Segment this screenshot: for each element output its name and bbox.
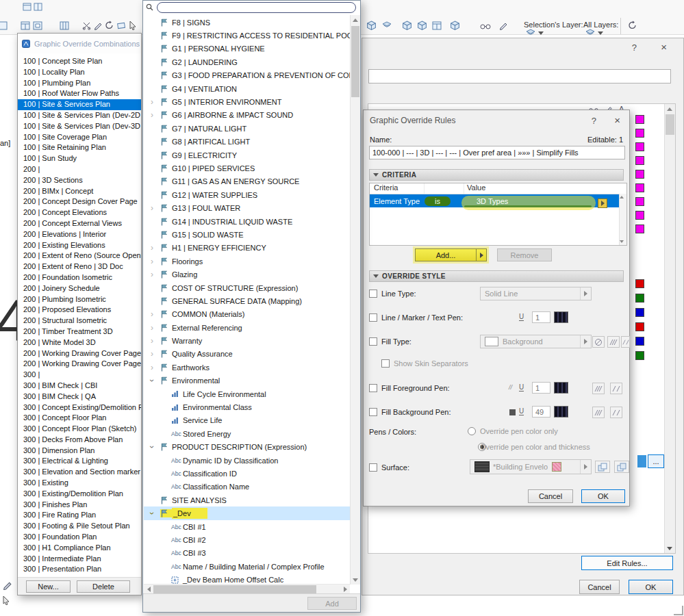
fill-origin-icon-button[interactable]: [592, 336, 605, 348]
cancel-button[interactable]: Cancel: [579, 580, 620, 594]
tree-item[interactable]: › Abc G4 | VENTILATION: [144, 82, 350, 95]
list-item[interactable]: 300 | Existing/Demolition Plan: [18, 489, 141, 500]
list-item[interactable]: 300 | BIM Check | QA: [18, 392, 141, 402]
tree-item[interactable]: › Abc G15 | SOLID WASTE: [144, 228, 350, 241]
adjust-icon[interactable]: [103, 19, 116, 31]
cube-tool-icon[interactable]: [365, 19, 377, 31]
tree-item[interactable]: › Abc Dynamic ID by Classification: [144, 454, 350, 467]
list-item[interactable]: 200 | Timber Treatment 3D: [18, 326, 141, 337]
tree-item[interactable]: › Abc G8 | ARTIFICAL LIGHT: [144, 136, 350, 149]
color-swatch[interactable]: [635, 279, 644, 288]
expand-arrow-icon[interactable]: ›: [151, 165, 160, 172]
list-item[interactable]: 200 | Existing Elevations: [18, 240, 141, 251]
list-item[interactable]: 200 | White Model 3D: [18, 337, 141, 348]
fill-background-pen-field[interactable]: 49: [532, 406, 550, 418]
scroll-down-icon[interactable]: [620, 240, 624, 243]
expand-arrow-icon[interactable]: ›: [151, 32, 160, 39]
new-button[interactable]: New...: [26, 580, 71, 593]
color-swatch[interactable]: [635, 211, 644, 220]
show-skin-separators-checkbox[interactable]: [381, 359, 390, 368]
tree-item[interactable]: › Abc CBI #3: [144, 547, 350, 560]
list-item[interactable]: 200 | Plumbing Isometric: [18, 294, 141, 305]
fill-type-checkbox[interactable]: [369, 337, 377, 346]
fill-background-pen-color-button[interactable]: [554, 406, 568, 418]
reset-icon[interactable]: [626, 19, 639, 31]
tree-vertical-scrollbar[interactable]: [350, 15, 360, 585]
line-pen-field[interactable]: 1: [532, 311, 550, 323]
surface-dropdown[interactable]: *Building Envelo: [470, 459, 592, 474]
tree-item[interactable]: › Abc H1 | ENERGY EFFICIENCY: [144, 242, 350, 255]
expand-arrow-icon[interactable]: ›: [151, 19, 160, 26]
list-item[interactable]: 100 | Site & Services Plan: [18, 99, 141, 110]
close-button[interactable]: ×: [614, 114, 620, 126]
trim-icon[interactable]: [115, 19, 127, 31]
list-item[interactable]: 300 | Concept Floor Plan: [18, 413, 141, 424]
color-swatch[interactable]: [635, 183, 644, 192]
color-swatch[interactable]: [635, 322, 644, 331]
override-style-section-header[interactable]: OVERRIDE STYLE: [369, 270, 624, 282]
pane-split-icon[interactable]: [19, 19, 31, 31]
list-item[interactable]: 300 | Presentation Plan: [18, 564, 141, 575]
list-item[interactable]: 100 | Site & Services Plan (Dev-2D Doc): [18, 110, 141, 121]
expand-arrow-icon[interactable]: ›: [151, 231, 160, 238]
list-item[interactable]: 200 | Concept Elevations: [18, 207, 141, 218]
cube-3-icon[interactable]: [416, 19, 428, 31]
list-item[interactable]: 100 | Locality Plan: [18, 67, 141, 78]
color-swatch[interactable]: [635, 129, 644, 138]
value-picker-button[interactable]: [598, 198, 607, 208]
value-cell[interactable]: 3D Types: [477, 197, 508, 205]
scroll-up-icon[interactable]: [667, 107, 672, 111]
list-item[interactable]: 200 |: [18, 164, 141, 175]
cube-4-icon[interactable]: [448, 19, 461, 31]
tree-item[interactable]: › Abc PRODUCT DESCRIPTION (Expression): [144, 441, 350, 454]
expand-arrow-icon[interactable]: ›: [151, 537, 171, 543]
tree-item[interactable]: › Abc G6 | AIRBORNE & IMPACT SOUND: [144, 109, 350, 122]
tree-item[interactable]: › Abc External Referencing: [144, 321, 350, 334]
tree-item[interactable]: › Abc Quality Assurance: [144, 348, 350, 361]
expand-arrow-icon[interactable]: ›: [151, 364, 160, 371]
expand-arrow-icon[interactable]: ›: [151, 497, 160, 504]
color-swatch[interactable]: [635, 115, 644, 124]
color-swatch[interactable]: [635, 197, 644, 206]
scroll-right-icon[interactable]: [344, 587, 347, 592]
tree-item[interactable]: › Abc Name / Building Material / Complex…: [144, 560, 350, 573]
tree-item[interactable]: › Abc G3 | FOOD PREPARATION & PREVENTION…: [144, 69, 350, 82]
list-item[interactable]: 300 | Decks From Above Plan: [18, 435, 141, 446]
expand-arrow-icon[interactable]: ›: [151, 417, 171, 424]
list-item[interactable]: 100 | Site Retaining Plan: [18, 142, 141, 153]
bg-hatch-icon-button[interactable]: [592, 407, 605, 418]
color-swatch[interactable]: [635, 294, 644, 303]
list-item[interactable]: 300 | Existing: [18, 478, 141, 489]
expand-arrow-icon[interactable]: ›: [151, 112, 160, 118]
scroll-left-icon[interactable]: [147, 587, 151, 592]
bg-hatch2-icon-button[interactable]: [610, 407, 622, 418]
tree-item[interactable]: › Abc Stored Energy: [144, 427, 350, 440]
pen-tool-icon[interactable]: [1, 578, 13, 591]
scrollbar-thumb[interactable]: [666, 114, 674, 135]
expand-arrow-icon[interactable]: ›: [151, 86, 160, 92]
fill-type-dropdown[interactable]: Background: [480, 335, 592, 348]
list-item[interactable]: 200 | Working Drawing Cover Page 3D: [18, 359, 141, 370]
tree-item[interactable]: › Abc Classification ID: [144, 467, 350, 480]
add-criteria-button[interactable]: Add...: [415, 248, 487, 261]
criteria-table-scrollbar[interactable]: [619, 194, 626, 245]
expand-arrow-icon[interactable]: ›: [151, 45, 160, 52]
expand-arrow-icon[interactable]: ›: [151, 152, 160, 159]
pane-tool-icon[interactable]: [431, 19, 443, 31]
criteria-section-header[interactable]: CRITERIA: [369, 169, 624, 181]
dialog-titlebar[interactable]: Graphic Override Combinations: [18, 34, 141, 54]
list-item[interactable]: 200 | Joinery Schedule: [18, 283, 141, 294]
partial-tool-icon[interactable]: [0, 19, 9, 31]
expand-arrow-icon[interactable]: ›: [151, 59, 160, 66]
search-input[interactable]: [163, 3, 349, 12]
knife-icon[interactable]: [92, 19, 104, 31]
tree-item[interactable]: › Abc CBI #1: [144, 520, 350, 533]
tree-item[interactable]: › Abc G9 | ELECTRICITY: [144, 149, 350, 162]
expand-arrow-icon[interactable]: ›: [151, 550, 171, 556]
surface-copy-icon-button[interactable]: [595, 461, 610, 473]
criteria-row[interactable]: Element Type is 3D Types: [370, 194, 620, 207]
scrollbar-thumb[interactable]: [351, 26, 359, 97]
expand-arrow-icon[interactable]: ›: [151, 271, 160, 278]
rules-list-scrollbar[interactable]: [664, 104, 675, 553]
expand-arrow-icon[interactable]: ›: [151, 205, 160, 211]
